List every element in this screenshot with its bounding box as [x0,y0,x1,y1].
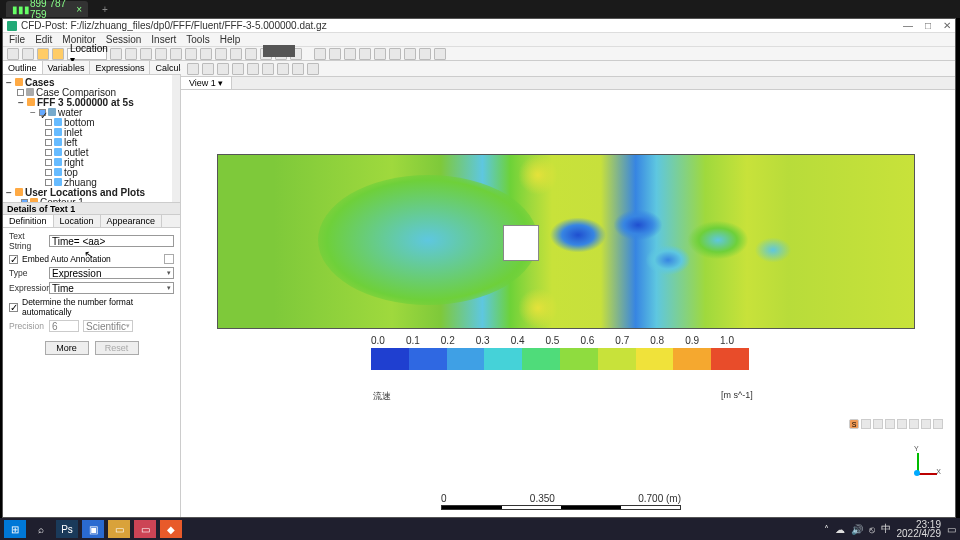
tool-undo-icon[interactable] [37,48,49,60]
tab-title: 899 787 759 [30,0,76,20]
vtool-zoombox-icon[interactable] [247,63,259,75]
menu-tools[interactable]: Tools [186,34,209,45]
menu-file[interactable]: File [9,34,25,45]
input-text-string[interactable]: Time= <aa> [49,235,174,247]
menu-session[interactable]: Session [106,34,142,45]
tree-case[interactable]: FFF 3 5.000000 at 5s [37,97,134,108]
axis-triad[interactable]: Y X [899,453,935,489]
viewport[interactable]: 0.00.10.20.30.40.50.60.70.80.91.0 流速 [m … [181,90,955,517]
vtool-sync-icon[interactable] [187,63,199,75]
vtool-zoom-icon[interactable] [232,63,244,75]
taskbar-app5-icon[interactable]: ◆ [160,520,182,538]
minimize-button[interactable]: — [903,20,913,31]
vtool-rotate-icon[interactable] [202,63,214,75]
tray-notif-icon[interactable]: ▭ [947,524,956,535]
tool-save-icon[interactable] [22,48,34,60]
tool-vector-icon[interactable] [185,48,197,60]
taskbar-app2-icon[interactable]: ▣ [82,520,104,538]
tool-line-icon[interactable] [125,48,137,60]
taskbar-explorer-icon[interactable]: ▭ [108,520,130,538]
tree-scrollbar[interactable] [172,75,180,202]
taskbar-ppt-icon[interactable]: ▭ [134,520,156,538]
tray-ime-icon[interactable]: 中 [881,522,891,536]
wm-4-icon[interactable] [897,419,907,429]
check-embed-annotation[interactable]: ✓ [9,255,18,264]
new-tab-button[interactable]: + [102,4,108,15]
vtool-highlight-icon[interactable] [277,63,289,75]
tool-redo-icon[interactable] [52,48,64,60]
menu-insert[interactable]: Insert [151,34,176,45]
app-icon [7,21,17,31]
tree-contour1[interactable]: Contour 1 [40,197,84,204]
legend-unit: [m s^-1] [721,390,753,400]
tool-q3-icon[interactable] [419,48,431,60]
wm-2-icon[interactable] [873,419,883,429]
vtool-select-icon[interactable] [307,63,319,75]
wm-1-icon[interactable] [861,419,871,429]
wm-6-icon[interactable] [921,419,931,429]
taskbar-ps-icon[interactable]: Ps [56,520,78,538]
tool-timer-icon[interactable] [344,48,356,60]
label-expression: Expression [9,283,45,293]
vtool-pan-icon[interactable] [217,63,229,75]
tab-appearance[interactable]: Appearance [101,215,163,227]
vtool-fit-icon[interactable] [262,63,274,75]
details-tabs: Definition Location Appearance [3,215,180,228]
start-button[interactable]: ⊞ [4,520,26,538]
outline-tree[interactable]: −Cases Case Comparison −FFF 3 5.000000 a… [3,75,180,203]
tab-variables[interactable]: Variables [43,61,91,74]
scale-bar: 00.3500.700 (m) [441,493,681,507]
tool-anim-icon[interactable] [329,48,341,60]
wm-s-icon[interactable]: S [849,419,859,429]
menu-help[interactable]: Help [220,34,241,45]
tool-plane-icon[interactable] [140,48,152,60]
tray-cloud-icon[interactable]: ☁ [835,524,845,535]
expand-embed-icon[interactable] [164,254,174,264]
tool-q1-icon[interactable] [389,48,401,60]
tool-calc-icon[interactable] [359,48,371,60]
tool-point-icon[interactable] [110,48,122,60]
wm-3-icon[interactable] [885,419,895,429]
system-tray[interactable]: ˄ ☁ 🔊 ⎋ 中 23:19 2022/4/29 ▭ [824,520,957,538]
more-button[interactable]: More [45,341,89,355]
axis-x-label: X [936,468,941,475]
menu-edit[interactable]: Edit [35,34,52,45]
wm-7-icon[interactable] [933,419,943,429]
vtool-layout-icon[interactable] [292,63,304,75]
tool-q2-icon[interactable] [404,48,416,60]
legend-colorbar [371,348,749,370]
tool-open-icon[interactable] [7,48,19,60]
tray-up-icon[interactable]: ˄ [824,524,829,535]
maximize-button[interactable]: □ [925,20,931,31]
view-tab-1[interactable]: View 1 ▾ [181,77,232,89]
outline-panel: Outline Variables Expressions Calculator… [3,61,181,517]
tool-contour-icon[interactable] [200,48,212,60]
close-button[interactable]: ✕ [943,20,951,31]
tool-text-icon[interactable] [245,48,257,60]
tool-volume-icon[interactable] [155,48,167,60]
browser-tab[interactable]: ▮▮▮ 899 787 759 × [6,1,88,17]
tab-outline[interactable]: Outline [3,61,43,74]
tool-camera-icon[interactable] [314,48,326,60]
tool-fx-icon[interactable] [374,48,386,60]
location-selector[interactable]: Location ▾ [67,48,107,60]
tool-streamline-icon[interactable] [215,48,227,60]
tab-definition[interactable]: Definition [3,215,54,227]
reset-button[interactable]: Reset [95,341,139,355]
check-auto-format[interactable]: ✓ [9,303,18,312]
tab-location[interactable]: Location [54,215,101,227]
select-type[interactable]: Expression [49,267,174,279]
tool-q4-icon[interactable] [434,48,446,60]
tool-particle-icon[interactable] [230,48,242,60]
close-tab-icon[interactable]: × [76,4,82,15]
contour-plot [217,154,915,329]
windows-taskbar: ⊞ ⌕ Ps ▣ ▭ ▭ ◆ ˄ ☁ 🔊 ⎋ 中 23:19 2022/4/29… [0,518,960,540]
select-expression[interactable]: Time [49,282,174,294]
tab-expressions[interactable]: Expressions [90,61,150,74]
wm-5-icon[interactable] [909,419,919,429]
tray-wifi-icon[interactable]: ⎋ [869,524,875,535]
tray-vol-icon[interactable]: 🔊 [851,524,863,535]
tool-iso-icon[interactable] [170,48,182,60]
taskbar-clock[interactable]: 23:19 2022/4/29 [897,520,942,538]
search-button[interactable]: ⌕ [30,520,52,538]
